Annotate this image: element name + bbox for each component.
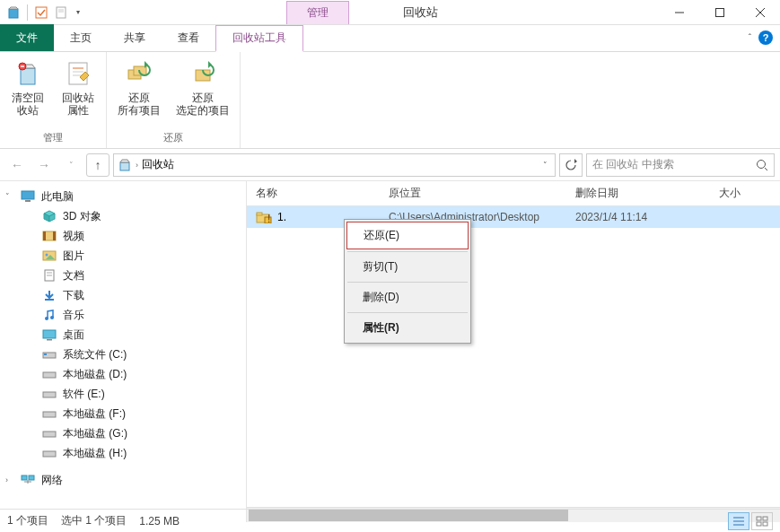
status-selection: 选中 1 个项目 [61,513,127,528]
qat-checkbox-icon[interactable] [33,4,49,21]
svg-rect-62 [757,517,761,520]
tree-label: 视频 [63,229,84,244]
tree-label: 音乐 [63,308,84,323]
tab-view[interactable]: 查看 [162,24,215,51]
svg-rect-31 [43,231,46,240]
svg-rect-64 [757,522,761,526]
svg-rect-46 [43,372,56,378]
context-separator [347,312,468,313]
tree-label: 图片 [63,249,84,264]
download-icon [41,288,57,302]
recycle-bin-breadcrumb-icon [118,158,132,172]
tab-recycle-bin-tools[interactable]: 回收站工具 [215,25,303,52]
minimize-button[interactable] [659,0,699,25]
maximize-button[interactable] [699,0,740,25]
tree-drive-d[interactable]: 本地磁盘 (D:) [0,364,246,384]
refresh-button[interactable] [559,153,583,177]
ribbon-collapse-icon[interactable]: ˆ [749,33,751,43]
tree-3d-objects[interactable]: 3D 对象 [0,206,246,226]
music-icon [41,308,57,322]
column-header-date[interactable]: 删除日期 [566,186,710,201]
qat-dropdown-icon[interactable]: ▾ [73,8,83,16]
tab-home[interactable]: 主页 [54,24,108,51]
ribbon-group-manage-label: 管理 [7,129,99,146]
tree-drive-c[interactable]: 系统文件 (C:) [0,344,246,364]
recycle-bin-properties-button[interactable]: 回收站 属性 [57,59,99,118]
navigation-pane[interactable]: ˅ 此电脑 3D 对象 视频 图片 文档 下载 音乐 桌面 系统文件 (C:) … [0,181,247,522]
bin-props-icon [64,59,92,88]
file-tab[interactable]: 文件 [0,24,54,51]
status-size: 1.25 MB [139,515,180,528]
svg-rect-32 [53,231,56,240]
restore-selected-button[interactable]: 还原 选定的项目 [173,59,232,118]
tree-label: 软件 (E:) [63,387,105,402]
close-button[interactable] [740,0,780,25]
tree-network[interactable]: › 网络 [0,470,246,490]
svg-rect-65 [763,522,767,526]
svg-rect-48 [43,412,56,417]
search-icon[interactable] [756,159,768,171]
address-bar[interactable]: › 回收站 ˅ [113,153,556,177]
tree-label: 本地磁盘 (H:) [63,446,127,461]
tree-label: 此电脑 [41,189,74,205]
restore-all-button[interactable]: 还原 所有项目 [114,59,164,118]
tree-this-pc[interactable]: ˅ 此电脑 [0,187,246,206]
picture-icon [41,249,57,263]
context-cut[interactable]: 剪切(T) [346,254,469,280]
restore-all-icon [125,59,153,88]
help-icon[interactable]: ? [758,31,773,45]
tree-music[interactable]: 音乐 [0,305,246,325]
drive-icon [41,347,57,362]
svg-rect-56 [257,213,262,215]
svg-rect-51 [22,475,27,480]
svg-rect-50 [43,451,56,457]
up-button[interactable]: ↑ [86,153,110,177]
title-bar: ▾ 管理 回收站 [0,0,780,25]
tree-downloads[interactable]: 下载 [0,285,246,305]
tree-desktop[interactable]: 桌面 [0,325,246,344]
folder-icon: ! [256,211,272,223]
restore-all-label: 还原 所有项目 [118,92,161,118]
tree-drive-e[interactable]: 软件 (E:) [0,384,246,404]
column-header-location[interactable]: 原位置 [380,186,566,201]
cube-icon [41,209,57,223]
context-properties[interactable]: 属性(R) [346,315,469,341]
column-header-size[interactable]: 大小 [710,186,780,201]
context-delete[interactable]: 删除(D) [346,284,469,310]
tree-drive-f[interactable]: 本地磁盘 (F:) [0,404,246,423]
expand-arrow-icon[interactable]: ˅ [5,192,10,201]
thumbnails-view-button[interactable] [751,512,773,530]
recent-locations-dropdown[interactable]: ˅ [59,153,83,177]
svg-point-40 [45,317,48,320]
breadcrumb-chevron-icon[interactable]: › [136,161,138,170]
svg-rect-49 [43,432,56,437]
context-restore[interactable]: 还原(E) [346,222,469,249]
tree-videos[interactable]: 视频 [0,226,246,246]
empty-recycle-bin-button[interactable]: 清空回 收站 [7,59,48,118]
file-list[interactable]: ! 1. C:\Users\Administrator\Desktop 2023… [247,206,780,507]
drive-icon [41,406,57,421]
file-date: 2023/1/4 11:14 [575,211,647,223]
forward-button[interactable]: → [32,153,56,177]
file-row[interactable]: ! 1. C:\Users\Administrator\Desktop 2023… [247,206,780,228]
address-dropdown-icon[interactable]: ˅ [539,161,551,170]
tree-drive-h[interactable]: 本地磁盘 (H:) [0,443,246,463]
tab-share[interactable]: 共享 [108,24,162,51]
breadcrumb-location[interactable]: 回收站 [142,157,174,172]
drive-icon [41,387,57,401]
file-name: 1. [277,211,286,223]
tree-pictures[interactable]: 图片 [0,246,246,266]
search-input[interactable]: 在 回收站 中搜索 [586,153,775,177]
svg-marker-20 [208,61,212,68]
column-header-name[interactable]: 名称 [247,186,380,201]
recycle-bin-icon [5,4,22,21]
back-button[interactable]: ← [5,153,29,177]
ribbon-group-manage: 清空回 收站 回收站 属性 管理 [0,52,107,148]
expand-arrow-icon[interactable]: › [5,475,8,484]
svg-rect-42 [43,330,56,338]
tree-drive-g[interactable]: 本地磁盘 (G:) [0,423,246,443]
tree-documents[interactable]: 文档 [0,266,246,285]
svg-point-34 [46,254,48,257]
details-view-button[interactable] [728,512,749,530]
qat-doc-icon[interactable] [53,4,69,21]
